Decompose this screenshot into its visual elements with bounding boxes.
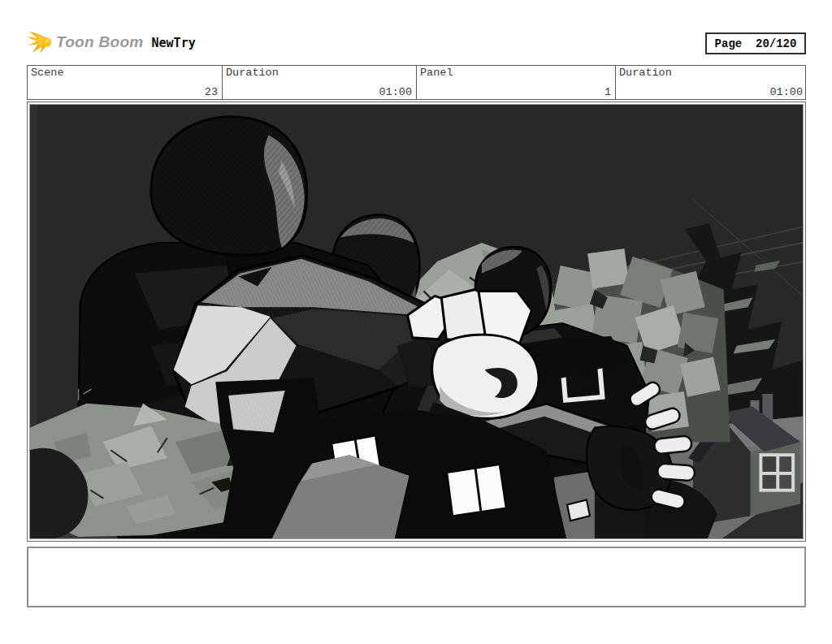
page-number-label: Page 20/120 xyxy=(715,37,797,50)
panel-duration-label: Duration xyxy=(619,67,672,79)
panel-duration-cell: Duration 01:00 xyxy=(616,66,807,99)
scene-duration-value: 01:00 xyxy=(379,86,412,98)
panel-art xyxy=(30,105,803,538)
page-number-box: Page 20/120 xyxy=(705,32,806,54)
brand-text: Toon Boom xyxy=(56,33,144,51)
storyboard-panel-image xyxy=(29,104,804,539)
scene-duration-cell: Duration 01:00 xyxy=(223,66,417,99)
panel-art-helmet-main xyxy=(151,117,307,255)
storyboard-panel-frame xyxy=(27,102,806,542)
panel-value: 1 xyxy=(604,86,611,98)
scene-value: 23 xyxy=(205,86,218,98)
scene-label: Scene xyxy=(31,67,64,79)
panel-cell: Panel 1 xyxy=(417,66,616,99)
scene-cell: Scene 23 xyxy=(28,66,223,99)
panel-duration-value: 01:00 xyxy=(769,86,803,98)
caption-box xyxy=(27,547,806,607)
panel-label: Panel xyxy=(420,67,453,79)
header: Toon Boom NewTry xyxy=(27,30,196,54)
scene-duration-label: Duration xyxy=(226,67,279,79)
panel-art-house-window xyxy=(759,453,795,491)
toon-boom-logo-icon xyxy=(27,30,53,54)
project-title: NewTry xyxy=(152,36,196,50)
scene-info-table: Scene 23 Duration 01:00 Panel 1 Duration… xyxy=(27,65,806,100)
